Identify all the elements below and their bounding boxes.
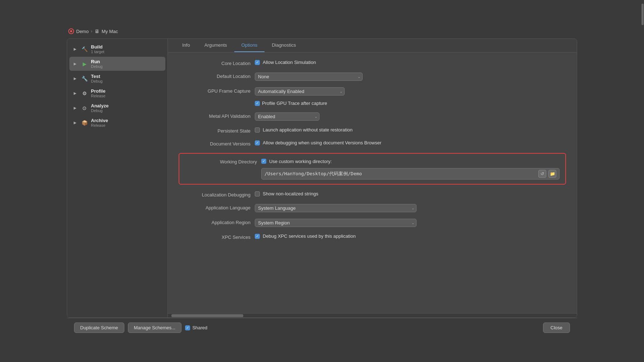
sidebar-test-subtitle: Debug bbox=[91, 79, 102, 83]
gpu-frame-capture-dropdown-wrapper[interactable]: Automatically Enabled ⌄ bbox=[255, 87, 345, 96]
breadcrumb: Demo › 🖥 My Mac bbox=[67, 25, 577, 38]
working-directory-control: Use custom working directory: bbox=[261, 159, 560, 164]
core-location-checkbox-label: Allow Location Simulation bbox=[263, 60, 316, 65]
bottom-bar: Duplicate Scheme Manage Schemes... Share… bbox=[67, 318, 577, 337]
application-region-row: Application Region System Region ⌄ bbox=[179, 219, 566, 227]
content-area: Info Arguments Options Diagnostics Core … bbox=[168, 39, 577, 317]
sidebar-item-test[interactable]: ▶ 🔧 Test Debug bbox=[69, 71, 165, 85]
persistent-state-row: Persistent State Launch application with… bbox=[179, 127, 566, 134]
shared-checkbox[interactable] bbox=[185, 325, 190, 330]
sidebar-item-profile[interactable]: ▶ ⚙ Profile Release bbox=[69, 86, 165, 100]
sidebar: ▶ 🔨 Build 1 target ▶ ▶ Run Debug ▶ 🔧 bbox=[67, 39, 168, 317]
application-region-label: Application Region bbox=[179, 219, 250, 225]
horizontal-scrollbar[interactable] bbox=[168, 313, 577, 317]
default-location-control: None ⌄ bbox=[255, 73, 566, 81]
application-language-dropdown-wrapper[interactable]: System Language ⌄ bbox=[255, 204, 417, 212]
tab-bar: Info Arguments Options Diagnostics bbox=[168, 39, 577, 52]
build-icon: 🔨 bbox=[81, 46, 88, 53]
horizontal-scrollbar-thumb[interactable] bbox=[171, 314, 243, 317]
archive-icon: 📦 bbox=[81, 119, 88, 126]
application-language-select[interactable]: System Language bbox=[255, 204, 417, 212]
tab-options[interactable]: Options bbox=[234, 39, 265, 52]
sidebar-run-title: Run bbox=[91, 59, 102, 64]
metal-api-dropdown-wrapper[interactable]: Enabled ⌄ bbox=[255, 112, 319, 121]
persistent-state-checkbox[interactable] bbox=[255, 127, 260, 133]
application-language-control: System Language ⌄ bbox=[255, 204, 566, 212]
working-directory-path-wrapper: ↺ 📁 bbox=[261, 168, 560, 180]
close-button[interactable]: Close bbox=[543, 322, 570, 333]
xpc-services-label: XPC Services bbox=[179, 233, 250, 240]
document-versions-label: Document Versions bbox=[179, 140, 250, 147]
application-region-control: System Region ⌄ bbox=[255, 219, 566, 227]
core-location-label: Core Location bbox=[179, 60, 250, 66]
working-directory-checkbox-label: Use custom working directory: bbox=[269, 159, 332, 164]
default-location-select[interactable]: None bbox=[255, 73, 363, 81]
sidebar-analyze-title: Analyze bbox=[91, 103, 109, 108]
profile-gpu-wrapper: Profile GPU Trace after capture bbox=[255, 101, 327, 106]
tab-info[interactable]: Info bbox=[175, 39, 197, 52]
application-language-label: Application Language bbox=[179, 204, 250, 210]
core-location-row: Core Location Allow Location Simulation bbox=[179, 60, 566, 66]
localization-debugging-row: Localization Debugging Show non-localize… bbox=[179, 191, 566, 198]
localization-debugging-checkbox[interactable] bbox=[255, 191, 260, 196]
default-location-label: Default Location bbox=[179, 73, 250, 79]
persistent-state-control: Launch application without state restora… bbox=[255, 127, 566, 133]
application-region-dropdown-wrapper[interactable]: System Region ⌄ bbox=[255, 219, 417, 227]
working-directory-label: Working Directory bbox=[185, 158, 257, 164]
document-versions-checkbox-label: Allow debugging when using document Vers… bbox=[263, 140, 381, 145]
sidebar-analyze-subtitle: Debug bbox=[91, 108, 109, 113]
localization-debugging-checkbox-label: Show non-localized strings bbox=[263, 191, 318, 196]
expand-arrow-archive: ▶ bbox=[74, 121, 78, 125]
sidebar-item-archive[interactable]: ▶ 📦 Archive Release bbox=[69, 116, 165, 130]
metal-api-select[interactable]: Enabled bbox=[255, 112, 319, 121]
sidebar-build-subtitle: 1 target bbox=[91, 50, 104, 54]
manage-schemes-button[interactable]: Manage Schemes... bbox=[128, 322, 182, 333]
default-location-dropdown-wrapper[interactable]: None ⌄ bbox=[255, 73, 363, 81]
core-location-checkbox[interactable] bbox=[255, 60, 260, 65]
application-language-row: Application Language System Language ⌄ bbox=[179, 204, 566, 212]
localization-debugging-control: Show non-localized strings bbox=[255, 191, 566, 196]
sidebar-test-title: Test bbox=[91, 74, 102, 79]
sidebar-item-build[interactable]: ▶ 🔨 Build 1 target bbox=[69, 42, 165, 56]
shared-label: Shared bbox=[192, 325, 207, 330]
sidebar-archive-title: Archive bbox=[91, 118, 108, 123]
working-directory-path-input[interactable] bbox=[264, 171, 536, 177]
sidebar-item-run[interactable]: ▶ ▶ Run Debug bbox=[69, 57, 165, 71]
breadcrumb-project: Demo bbox=[76, 29, 89, 34]
profile-icon: ⚙ bbox=[81, 90, 88, 97]
gpu-frame-capture-label: GPU Frame Capture bbox=[179, 87, 250, 94]
path-arrow-btn[interactable]: ↺ bbox=[538, 170, 546, 178]
gpu-frame-capture-row: GPU Frame Capture Automatically Enabled … bbox=[179, 87, 566, 106]
persistent-state-label: Persistent State bbox=[179, 127, 250, 134]
expand-arrow-analyze: ▶ bbox=[74, 106, 78, 110]
sidebar-item-analyze[interactable]: ▶ ⊙ Analyze Debug bbox=[69, 101, 165, 115]
default-location-row: Default Location None ⌄ bbox=[179, 73, 566, 81]
settings-content: Core Location Allow Location Simulation … bbox=[168, 52, 577, 313]
target-icon bbox=[68, 28, 74, 34]
sidebar-archive-subtitle: Release bbox=[91, 123, 108, 127]
profile-gpu-checkbox[interactable] bbox=[255, 101, 260, 106]
mac-icon: 🖥 bbox=[95, 28, 100, 34]
path-folder-btn[interactable]: 📁 bbox=[548, 170, 556, 178]
sidebar-profile-title: Profile bbox=[91, 88, 105, 94]
shared-checkbox-wrapper: Shared bbox=[185, 325, 207, 330]
profile-gpu-label: Profile GPU Trace after capture bbox=[262, 101, 327, 106]
sidebar-run-subtitle: Debug bbox=[91, 64, 102, 69]
analyze-icon: ⊙ bbox=[81, 105, 88, 112]
xpc-services-row: XPC Services Debug XPC services used by … bbox=[179, 233, 566, 240]
tab-diagnostics[interactable]: Diagnostics bbox=[264, 39, 303, 52]
test-icon: 🔧 bbox=[81, 75, 88, 82]
xpc-services-checkbox[interactable] bbox=[255, 234, 260, 239]
document-versions-checkbox[interactable] bbox=[255, 140, 260, 145]
expand-arrow-build: ▶ bbox=[74, 47, 78, 51]
document-versions-control: Allow debugging when using document Vers… bbox=[255, 140, 566, 145]
metal-api-row: Metal API Validation Enabled ⌄ bbox=[179, 112, 566, 121]
breadcrumb-device: My Mac bbox=[102, 29, 118, 34]
tab-arguments[interactable]: Arguments bbox=[197, 39, 234, 52]
gpu-frame-capture-select[interactable]: Automatically Enabled bbox=[255, 87, 345, 96]
sidebar-profile-subtitle: Release bbox=[91, 94, 105, 98]
application-region-select[interactable]: System Region bbox=[255, 219, 417, 227]
working-directory-checkbox[interactable] bbox=[261, 159, 266, 164]
working-directory-row: Working Directory Use custom working dir… bbox=[185, 158, 560, 164]
duplicate-scheme-button[interactable]: Duplicate Scheme bbox=[74, 322, 124, 333]
